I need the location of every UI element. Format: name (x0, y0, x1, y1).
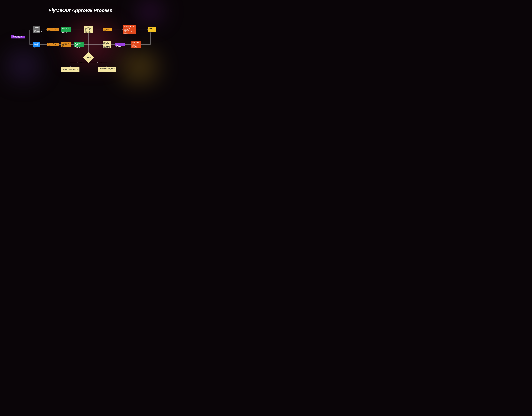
node-send-gmail[interactable]: Send Gmail for Login Creds and approval … (123, 25, 136, 34)
node-send-sms-label: Send Sms for Approval message @Shantanu … (132, 42, 139, 48)
node-cadence-2-label: Cadence: Every Week (48, 43, 58, 46)
node-review-2[interactable]: Review on google sheet @zach Mark greens… (103, 41, 111, 48)
node-review-2-label: Review on google sheet @zach Mark greens… (103, 42, 110, 48)
node-guy[interactable]: If celebrity/referral - take Interview m… (98, 67, 116, 72)
node-decision[interactable]: If Approved (85, 54, 92, 61)
node-root-label: FlyMeOut Approval Process (11, 36, 24, 38)
node-app-ios[interactable]: Application Received from iOS App (33, 42, 40, 47)
diagram-title: FlyMeOut Approval Process (0, 8, 161, 13)
node-app-typeform-label: Application Received from Tyepform/websi… (34, 27, 42, 32)
node-send-gmail-label: Send Gmail for Login Creds and approval … (124, 26, 134, 34)
node-cadence-1-label: Cadence: Every Week (48, 28, 58, 31)
node-send-all-label: Send All Required Email @Shreyasa (148, 28, 154, 33)
node-approve-label: Approve on Adalo @Shantanu (116, 43, 121, 47)
folder-icon (11, 35, 14, 36)
node-root[interactable]: FlyMeOut Approval Process (11, 36, 25, 38)
node-review-1-label: Review on google sheet @zach Mark greens… (85, 27, 91, 33)
branch-label-girl: IF A GIRL (77, 62, 83, 63)
node-onboard[interactable]: Onboard on Adalo @Shreyasa (103, 28, 112, 31)
node-download-csv[interactable]: Download CSV from Adalo @Shantanu (61, 42, 71, 47)
node-add-sheet-2-label: Add it Google Sheet. @Shantanu + Add Lin… (75, 43, 81, 48)
node-review-1[interactable]: Review on google sheet @zach Mark greens… (84, 26, 93, 33)
node-cadence-1[interactable]: Cadence: Every Week (47, 28, 59, 31)
node-add-sheet-2[interactable]: Add it Google Sheet. @Shantanu + Add Lin… (74, 42, 84, 47)
node-send-sms[interactable]: Send Sms for Approval message @Shantanu … (131, 41, 141, 47)
node-download-csv-label: Download CSV from Adalo @Shantanu (62, 43, 69, 47)
node-send-all[interactable]: Send All Required Email @Shreyasa (148, 27, 156, 32)
node-onboard-label: Onboard on Adalo @Shreyasa (103, 28, 109, 32)
node-cadence-2[interactable]: Cadence: Every Week (47, 43, 59, 46)
node-app-typeform[interactable]: Application Received from Tyepform/websi… (33, 27, 40, 33)
node-girl-label: Verify Age.. must be above 18+ (63, 69, 78, 70)
node-add-sheet-1[interactable]: Add it Google Sheet. @Shantanu + Add Lin… (61, 27, 71, 32)
node-guy-label: If celebrity/referral - take Interview m… (99, 68, 115, 71)
node-approve[interactable]: Approve on Adalo @Shantanu (115, 43, 125, 46)
node-app-ios-label: Application Received from iOS App (34, 43, 39, 48)
node-decision-label: If Approved (85, 54, 92, 61)
branch-label-guy: IF A GUY (97, 62, 102, 63)
node-add-sheet-1-label: Add it Google Sheet. @Shantanu + Add Lin… (62, 28, 69, 33)
node-girl[interactable]: Verify Age.. must be above 18+ (61, 67, 79, 72)
